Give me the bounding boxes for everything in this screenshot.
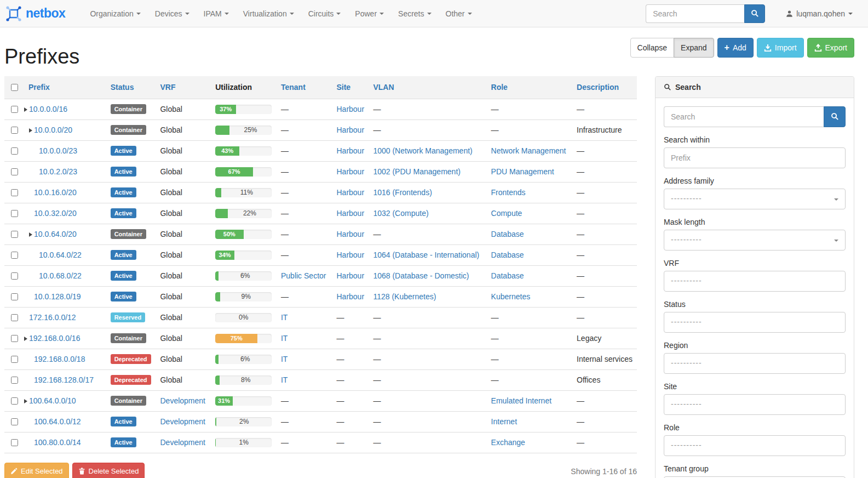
collapse-button[interactable]: Collapse [630,38,674,58]
prefix-link[interactable]: 192.168.0.0/16 [29,334,80,343]
column-header-tenant[interactable]: Tenant [277,76,332,99]
vlan-link[interactable]: 1032 (Compute) [373,209,428,218]
row-checkbox[interactable] [11,127,18,134]
tenant-link[interactable]: IT [281,355,288,363]
site-link[interactable]: Harbour [336,271,364,280]
site-link[interactable]: Harbour [336,230,364,238]
prefix-link[interactable]: 10.0.16.0/20 [34,188,77,197]
prefix-link[interactable]: 192.168.128.0/17 [34,375,94,384]
netbox-logo[interactable]: netbox [5,5,65,22]
role-link[interactable]: Database [491,251,524,259]
row-checkbox[interactable] [11,293,18,300]
import-button[interactable]: Import [757,38,804,58]
menu-secrets[interactable]: Secrets [391,1,438,26]
tenant-link[interactable]: IT [281,313,288,322]
prefix-link[interactable]: 100.64.0.0/10 [29,396,76,405]
column-header-vlan[interactable]: VLAN [369,76,486,99]
prefix-link[interactable]: 192.168.0.0/18 [34,355,85,363]
prefix-link[interactable]: 172.16.0.0/12 [29,313,76,322]
filter-search-button[interactable] [824,106,846,127]
filter-search-input[interactable] [664,106,824,127]
site-select[interactable]: ---------- [664,394,846,415]
prefix-link[interactable]: 10.0.0.0/20 [34,126,72,134]
vrf-link[interactable]: Development [160,438,205,447]
vlan-link[interactable]: 1000 (Network Management) [373,146,472,155]
row-checkbox[interactable] [11,377,18,384]
role-link[interactable]: Database [491,230,524,238]
menu-organization[interactable]: Organization [83,1,147,26]
tenant-link[interactable]: Public Sector [281,271,326,280]
role-select[interactable]: ---------- [664,435,846,456]
prefix-link[interactable]: 10.0.128.0/19 [34,292,81,301]
menu-other[interactable]: Other [439,1,479,26]
vrf-link[interactable]: Development [160,396,205,405]
global-search-input[interactable] [646,4,744,23]
role-link[interactable]: Database [491,271,524,280]
row-checkbox[interactable] [11,147,18,155]
role-link[interactable]: Compute [491,209,522,218]
menu-devices[interactable]: Devices [148,1,197,26]
row-checkbox[interactable] [11,418,18,425]
vlan-link[interactable]: 1068 (Database - Domestic) [373,271,469,280]
export-button[interactable]: Export [807,38,854,58]
vlan-link[interactable]: 1064 (Database - International) [373,251,479,259]
prefix-link[interactable]: 10.0.2.0/23 [39,167,77,176]
row-checkbox[interactable] [11,439,18,446]
edit-selected-button[interactable]: Edit Selected [4,463,69,478]
expand-icon[interactable] [24,399,27,403]
row-checkbox[interactable] [11,106,18,113]
role-link[interactable]: Internet [491,417,517,426]
expand-icon[interactable] [29,128,32,133]
menu-circuits[interactable]: Circuits [301,1,348,26]
vrf-select[interactable]: ---------- [664,271,846,292]
expand-icon[interactable] [24,107,27,112]
site-link[interactable]: Harbour [336,188,364,197]
region-select[interactable]: ---------- [664,353,846,374]
expand-icon[interactable] [24,337,27,341]
prefix-link[interactable]: 10.0.64.0/20 [34,230,77,238]
expand-icon[interactable] [29,232,32,237]
site-link[interactable]: Harbour [336,209,364,218]
column-header-description[interactable]: Description [572,76,637,99]
row-checkbox[interactable] [11,168,18,175]
row-checkbox[interactable] [11,231,18,238]
user-menu[interactable]: luqman.qohen [786,9,853,18]
vlan-link[interactable]: 1016 (Frontends) [373,188,432,197]
column-header-status[interactable]: Status [106,76,156,99]
prefix-link[interactable]: 10.0.32.0/20 [34,209,77,218]
select-all-checkbox[interactable] [11,84,18,91]
tenant-link[interactable]: IT [281,334,288,343]
column-header-role[interactable]: Role [487,76,573,99]
delete-selected-button[interactable]: Delete Selected [72,463,145,478]
role-link[interactable]: Frontends [491,188,526,197]
menu-power[interactable]: Power [348,1,391,26]
site-link[interactable]: Harbour [336,146,364,155]
address-family-select[interactable]: ---------- [664,189,846,209]
row-checkbox[interactable] [11,272,18,280]
site-link[interactable]: Harbour [336,292,364,301]
vrf-link[interactable]: Development [160,417,205,426]
role-link[interactable]: Exchange [491,438,525,447]
role-link[interactable]: Network Management [491,146,566,155]
column-header-prefix[interactable]: Prefix [24,76,106,99]
row-checkbox[interactable] [11,397,18,405]
prefix-link[interactable]: 10.0.64.0/22 [39,251,82,259]
role-link[interactable]: Kubernetes [491,292,531,301]
role-link[interactable]: PDU Management [491,167,554,176]
site-link[interactable]: Harbour [336,126,364,134]
expand-button[interactable]: Expand [674,38,714,58]
search-within-input[interactable] [664,147,846,168]
site-link[interactable]: Harbour [336,251,364,259]
prefix-link[interactable]: 10.0.68.0/22 [39,271,82,280]
global-search-button[interactable] [744,4,765,23]
row-checkbox[interactable] [11,252,18,259]
row-checkbox[interactable] [11,314,18,321]
status-select[interactable]: ---------- [664,312,846,333]
vlan-link[interactable]: 1002 (PDU Management) [373,167,461,176]
menu-ipam[interactable]: IPAM [197,1,236,26]
site-link[interactable]: Harbour [336,167,364,176]
row-checkbox[interactable] [11,356,18,363]
vlan-link[interactable]: 1128 (Kubernetes) [373,292,436,301]
add-button[interactable]: + Add [717,38,754,58]
row-checkbox[interactable] [11,189,18,196]
